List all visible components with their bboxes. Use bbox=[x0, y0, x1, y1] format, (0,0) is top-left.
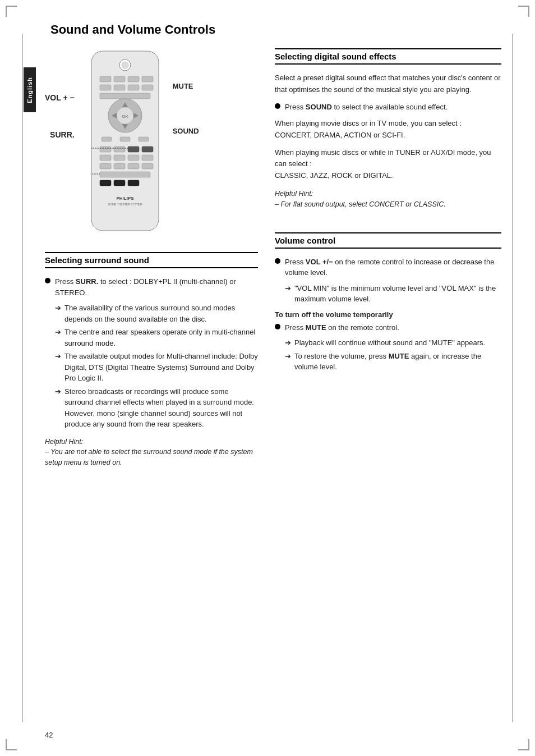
digital-hint: Helpful Hint: – For flat sound output, s… bbox=[275, 189, 501, 210]
svg-rect-32 bbox=[128, 163, 139, 169]
svg-rect-36 bbox=[114, 180, 125, 186]
svg-rect-33 bbox=[142, 163, 153, 169]
surround-arrow-2-text: The centre and rear speakers operate onl… bbox=[64, 327, 258, 349]
surround-arrow-1: ➔ The availability of the various surrou… bbox=[55, 303, 258, 324]
digital-sound-section-title: Selecting digital sound effects bbox=[275, 52, 501, 61]
arrow-icon-2: ➔ bbox=[55, 327, 61, 338]
svg-rect-29 bbox=[142, 155, 153, 161]
volume-section-wrapper: Volume control Press VOL +/− on the remo… bbox=[275, 232, 501, 373]
left-column: VOL + − SURR. bbox=[45, 48, 258, 468]
side-line-right bbox=[512, 34, 513, 722]
svg-point-2 bbox=[122, 62, 128, 68]
english-tab: English bbox=[24, 67, 36, 112]
right-column: Selecting digital sound effects Select a… bbox=[275, 48, 501, 468]
svg-rect-26 bbox=[100, 155, 111, 161]
corner-mark-br bbox=[518, 739, 529, 750]
volume-mute-arrow-2-text: To restore the volume, press MUTE again,… bbox=[294, 351, 501, 373]
sound-label: SOUND bbox=[173, 127, 199, 135]
svg-rect-19 bbox=[102, 137, 112, 141]
svg-rect-7 bbox=[100, 85, 111, 90]
svg-rect-25 bbox=[142, 146, 153, 152]
svg-rect-9 bbox=[128, 85, 139, 90]
remote-left-labels: VOL + − SURR. bbox=[45, 93, 75, 150]
surround-arrow-4: ➔ Stereo broadcasts or recordings will p… bbox=[55, 386, 258, 430]
digital-sound-intro: Select a preset digital sound effect tha… bbox=[275, 72, 501, 96]
sound-bold: SOUND bbox=[306, 103, 332, 111]
surround-arrow-3-text: The available output modes for Multi-cha… bbox=[64, 351, 258, 384]
remote-container: VOL + − SURR. bbox=[45, 48, 258, 241]
digital-hint-title: Helpful Hint: bbox=[275, 189, 501, 199]
remote-image: OK bbox=[80, 48, 170, 241]
svg-rect-8 bbox=[114, 85, 125, 90]
svg-rect-24 bbox=[128, 146, 139, 152]
svg-rect-23 bbox=[114, 146, 125, 152]
surround-hint-text: – You are not able to select the surroun… bbox=[45, 447, 258, 468]
corner-mark-bl bbox=[6, 739, 17, 750]
arrow-icon-4: ➔ bbox=[55, 386, 61, 397]
surround-bullet-1: Press SURR. to select : DOLBY+PL II (mul… bbox=[45, 276, 258, 298]
svg-rect-3 bbox=[100, 76, 111, 82]
surround-section-header: Selecting surround sound bbox=[45, 252, 258, 268]
sound-label-text: SOUND bbox=[173, 127, 199, 135]
volume-section-header: Volume control bbox=[275, 232, 501, 249]
surround-arrow-1-text: The availability of the various surround… bbox=[64, 303, 258, 324]
digital-para-1: When playing movie discs or in TV mode, … bbox=[275, 118, 501, 141]
svg-text:PHILIPS: PHILIPS bbox=[116, 196, 134, 201]
surr-bold: SURR. bbox=[76, 277, 98, 286]
svg-rect-11 bbox=[100, 93, 150, 99]
surround-hint-title: Helpful Hint: bbox=[45, 437, 258, 447]
svg-rect-21 bbox=[139, 137, 149, 141]
digital-hint-text: – For flat sound output, select CONCERT … bbox=[275, 199, 501, 210]
arrow-icon-mute-1: ➔ bbox=[285, 337, 291, 349]
page-title: Sound and Volume Controls bbox=[45, 22, 501, 37]
volume-mute-bullet-content: Press MUTE on the remote control. bbox=[285, 322, 501, 333]
volume-mute-arrow-2: ➔ To restore the volume, press MUTE agai… bbox=[285, 351, 501, 373]
bullet-dot-digital-1 bbox=[275, 103, 280, 109]
surr-label: SURR. bbox=[45, 130, 75, 139]
digital-para-1-list: CONCERT, DRAMA, ACTION or SCI-FI. bbox=[275, 131, 405, 139]
mute-bold: MUTE bbox=[306, 323, 326, 332]
bullet-dot-vol-1 bbox=[275, 258, 280, 264]
volume-arrow-1: ➔ "VOL MIN" is the minimum volume level … bbox=[285, 283, 501, 305]
surround-arrow-2: ➔ The centre and rear speakers operate o… bbox=[55, 327, 258, 349]
volume-bullet-1: Press VOL +/− on the remote control to i… bbox=[275, 256, 501, 278]
page: English Sound and Volume Controls VOL + … bbox=[0, 0, 535, 756]
remote-right-labels: MUTE SOUND bbox=[173, 82, 199, 135]
arrow-icon-mute-2: ➔ bbox=[285, 351, 291, 362]
corner-mark-tr bbox=[518, 6, 529, 17]
svg-rect-35 bbox=[100, 180, 111, 186]
arrow-icon-vol-1: ➔ bbox=[285, 283, 291, 294]
mute-label-text: MUTE bbox=[173, 82, 193, 90]
svg-rect-20 bbox=[120, 137, 130, 141]
vol-bold: VOL +/− bbox=[306, 258, 333, 266]
bullet-dot-1 bbox=[45, 278, 50, 283]
mute-label: MUTE bbox=[173, 82, 199, 90]
svg-rect-31 bbox=[114, 163, 125, 169]
volume-bullet-1-content: Press VOL +/− on the remote control to i… bbox=[285, 256, 501, 278]
side-line-left bbox=[22, 34, 23, 722]
svg-rect-37 bbox=[128, 180, 139, 186]
svg-rect-30 bbox=[100, 163, 111, 169]
main-content: VOL + − SURR. bbox=[45, 48, 501, 468]
surr-label-text: SURR. bbox=[50, 130, 75, 139]
digital-para-2: When playing music discs or while in TUN… bbox=[275, 147, 501, 182]
svg-rect-10 bbox=[142, 85, 153, 90]
arrow-icon-3: ➔ bbox=[55, 351, 61, 362]
svg-text:HOME THEATER SYSTEM: HOME THEATER SYSTEM bbox=[108, 203, 142, 206]
digital-sound-section-header: Selecting digital sound effects bbox=[275, 48, 501, 65]
svg-rect-22 bbox=[100, 146, 111, 152]
svg-rect-34 bbox=[100, 172, 150, 177]
vol-label-text: VOL + − bbox=[45, 93, 75, 102]
arrow-icon-1: ➔ bbox=[55, 303, 61, 314]
corner-mark-tl bbox=[6, 6, 17, 17]
volume-section-title: Volume control bbox=[275, 236, 501, 245]
surround-arrow-3: ➔ The available output modes for Multi-c… bbox=[55, 351, 258, 384]
svg-rect-27 bbox=[114, 155, 125, 161]
volume-mute-arrow-1: ➔ Playback will continue without sound a… bbox=[285, 337, 501, 349]
bullet-dot-mute bbox=[275, 324, 280, 329]
english-tab-label: English bbox=[26, 77, 33, 103]
mute-bold-2: MUTE bbox=[389, 352, 409, 360]
surround-bullet-1-content: Press SURR. to select : DOLBY+PL II (mul… bbox=[55, 276, 258, 298]
svg-rect-6 bbox=[142, 76, 153, 82]
volume-mute-bullet: Press MUTE on the remote control. bbox=[275, 322, 501, 333]
